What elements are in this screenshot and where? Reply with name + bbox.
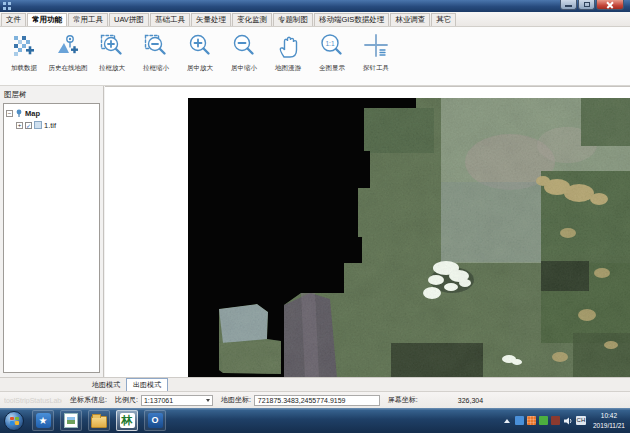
tab-common-functions[interactable]: 常用功能 xyxy=(27,13,67,26)
box-zoom-out-button[interactable]: 拉框缩小 xyxy=(134,29,178,85)
clock-date: 2019/11/21 xyxy=(593,421,625,431)
tree-node-label: 1.tif xyxy=(44,121,56,130)
tab-file[interactable]: 文件 xyxy=(1,13,26,26)
mode-tab-strip: 地图模式 出图模式 xyxy=(0,377,630,391)
map-coord-label: 地图坐标: xyxy=(221,395,251,405)
minimize-button[interactable] xyxy=(560,0,577,10)
screen-coord-value: 326,304 xyxy=(458,397,483,404)
start-button[interactable] xyxy=(4,411,24,431)
toolbar-button-label: 拉框缩小 xyxy=(143,64,169,73)
load-data-icon xyxy=(11,33,37,59)
image-viewer-icon xyxy=(64,413,78,428)
tray-app-icon[interactable] xyxy=(551,416,560,425)
box-zoom-in-icon xyxy=(99,33,125,59)
folder-icon xyxy=(91,416,107,428)
raster-layer-icon xyxy=(34,121,42,129)
taskbar-forestry-gis-button[interactable]: 林 xyxy=(116,410,138,431)
toolbar-button-label: 居中缩小 xyxy=(231,64,257,73)
toolbar-button-label: 探针工具 xyxy=(363,64,389,73)
tree-node-label: Map xyxy=(25,109,40,118)
tab-forestry-survey[interactable]: 林业调查 xyxy=(390,13,430,26)
system-tray: CH 10:42 2019/11/21 xyxy=(504,408,628,433)
tab-basic-tools[interactable]: 基础工具 xyxy=(150,13,190,26)
tree-node-layer[interactable]: + ✓ 1.tif xyxy=(16,120,97,130)
tab-other[interactable]: 其它 xyxy=(431,13,456,26)
coordsys-label: 坐标系信息: xyxy=(70,395,107,405)
taskbar-o-app-button[interactable]: O xyxy=(144,410,166,431)
tab-mobile-gis-data[interactable]: 移动端GIS数据处理 xyxy=(314,13,389,26)
scale-combobox[interactable]: 1:137061 xyxy=(141,395,213,406)
history-online-map-button[interactable]: 历史在线地图 xyxy=(46,29,90,85)
clock-time: 10:42 xyxy=(593,411,625,421)
tray-messenger-icon[interactable] xyxy=(515,416,524,425)
taskbar-image-viewer-button[interactable] xyxy=(60,410,82,431)
screen-coord-label: 屏幕坐标: xyxy=(388,395,418,405)
application-window: 文件 常用功能 常用工具 UAV拼图 基础工具 矢量处理 变化监测 专题制图 移… xyxy=(0,0,630,433)
tab-change-monitoring[interactable]: 变化监测 xyxy=(232,13,272,26)
probe-tool-icon xyxy=(363,33,389,59)
collapse-icon[interactable]: − xyxy=(6,110,13,117)
tab-common-tools[interactable]: 常用工具 xyxy=(68,13,108,26)
maximize-button[interactable] xyxy=(578,0,595,10)
tray-antivirus-icon[interactable] xyxy=(539,416,548,425)
title-bar xyxy=(0,0,630,12)
toolbar-button-label: 地图漫游 xyxy=(275,64,301,73)
satellite-mosaic xyxy=(105,87,630,378)
ribbon-tab-strip: 文件 常用功能 常用工具 UAV拼图 基础工具 矢量处理 变化监测 专题制图 移… xyxy=(0,12,630,27)
toolbar-button-label: 历史在线地图 xyxy=(49,64,88,73)
layer-tree[interactable]: − Map + ✓ 1.tif xyxy=(3,103,100,373)
scale-label: 比例尺: xyxy=(115,395,138,405)
scale-value: 1:137061 xyxy=(144,397,204,404)
status-ghost-label: toolStripStatusLabel xyxy=(4,397,62,404)
toolbar-button-label: 全图显示 xyxy=(319,64,345,73)
center-zoom-in-icon xyxy=(187,33,213,59)
center-zoom-out-icon xyxy=(231,33,257,59)
map-coord-box: 721875.3483,2455774.9159 xyxy=(254,395,380,406)
forestry-app-icon: 林 xyxy=(120,413,135,428)
box-zoom-out-icon xyxy=(143,33,169,59)
windows-taskbar: ★ 林 O CH xyxy=(0,408,630,433)
history-online-map-icon xyxy=(55,33,81,59)
o-app-icon: O xyxy=(148,413,163,428)
toolbar-button-label: 居中放大 xyxy=(187,64,213,73)
star-app-icon: ★ xyxy=(36,413,51,428)
center-zoom-in-button[interactable]: 居中放大 xyxy=(178,29,222,85)
expand-icon[interactable]: + xyxy=(16,122,23,129)
map-pin-icon xyxy=(15,109,23,117)
main-area: 图层树 − Map + ✓ 1.tif xyxy=(0,86,630,377)
probe-tool-button[interactable]: 探针工具 xyxy=(354,29,398,85)
center-zoom-out-button[interactable]: 居中缩小 xyxy=(222,29,266,85)
tray-grid-app-icon[interactable] xyxy=(527,416,536,425)
map-coord-value: 721875.3483,2455774.9159 xyxy=(258,397,346,404)
close-button[interactable] xyxy=(596,0,624,10)
taskbar-clock[interactable]: 10:42 2019/11/21 xyxy=(593,411,625,431)
tab-vector-processing[interactable]: 矢量处理 xyxy=(191,13,231,26)
chevron-down-icon[interactable] xyxy=(206,399,210,402)
tab-map-mode[interactable]: 地图模式 xyxy=(86,379,126,391)
volume-icon[interactable] xyxy=(563,416,573,426)
pan-map-button[interactable]: 地图漫游 xyxy=(266,29,310,85)
layer-panel-title: 图层树 xyxy=(4,90,27,100)
layer-panel: 图层树 − Map + ✓ 1.tif xyxy=(0,86,104,377)
toolbar-button-label: 加载数据 xyxy=(11,64,37,73)
tab-layout-mode[interactable]: 出图模式 xyxy=(126,378,168,391)
box-zoom-in-button[interactable]: 拉框放大 xyxy=(90,29,134,85)
app-icon xyxy=(3,2,11,10)
taskbar-explorer-button[interactable] xyxy=(88,410,110,431)
full-extent-icon: 1:1 xyxy=(319,33,345,59)
taskbar-star-app-button[interactable]: ★ xyxy=(32,410,54,431)
toolbar-button-label: 拉框放大 xyxy=(99,64,125,73)
map-canvas[interactable] xyxy=(105,86,630,377)
load-data-button[interactable]: 加载数据 xyxy=(2,29,46,85)
layer-checkbox[interactable]: ✓ xyxy=(25,122,32,129)
svg-text:1:1: 1:1 xyxy=(325,40,334,47)
toolbar: 加载数据 历史在线地图 拉框放大 xyxy=(0,27,630,86)
hidden-icons-arrow[interactable] xyxy=(504,419,510,423)
pan-hand-icon xyxy=(275,33,301,59)
tab-thematic-mapping[interactable]: 专题制图 xyxy=(273,13,313,26)
full-extent-button[interactable]: 1:1 全图显示 xyxy=(310,29,354,85)
status-bar: toolStripStatusLabel 坐标系信息: 比例尺: 1:13706… xyxy=(0,391,630,408)
tree-node-map[interactable]: − Map xyxy=(6,108,97,118)
tab-uav-mosaic[interactable]: UAV拼图 xyxy=(109,13,149,26)
input-language-icon[interactable]: CH xyxy=(576,416,586,425)
